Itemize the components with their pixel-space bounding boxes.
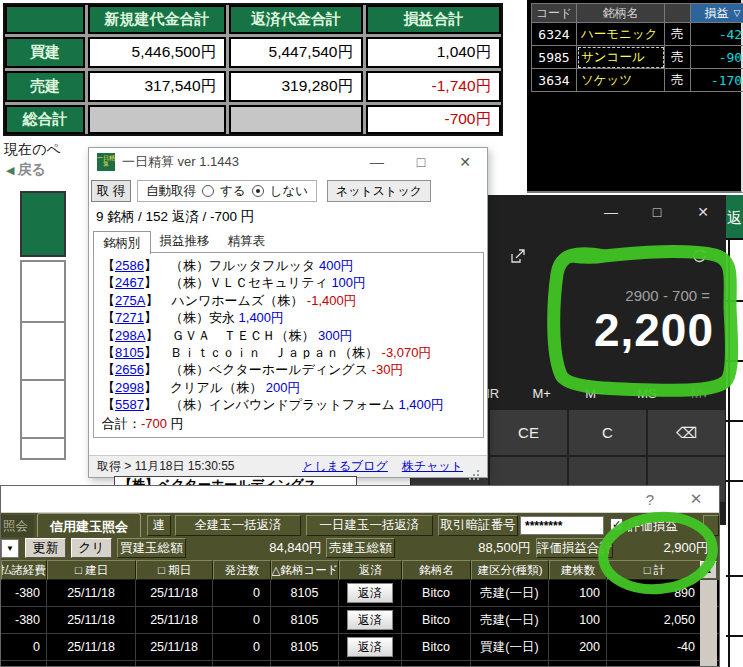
- column-header-qty[interactable]: 建株数: [549, 560, 607, 580]
- stock-code-link[interactable]: 5587: [115, 397, 144, 412]
- radio-on[interactable]: [202, 185, 214, 197]
- scroll-up-button[interactable]: ▲: [700, 561, 717, 579]
- tab-row: 照会 信用建玉照会 連 全建玉一括返済 一日建玉一括返済 取引暗証番号 ✓ 評価…: [1, 513, 719, 537]
- tab-pl-trend[interactable]: 損益推移: [151, 230, 219, 253]
- close-button[interactable]: ✕: [673, 490, 719, 508]
- stock-code-link[interactable]: 275A: [115, 293, 145, 308]
- help-button[interactable]: ?: [627, 491, 673, 508]
- stock-code-link[interactable]: 8105: [115, 345, 144, 360]
- column-header-type[interactable]: 建区分(種類): [471, 560, 549, 580]
- bracket: 【: [102, 275, 115, 290]
- cell-repay: 返済: [339, 580, 402, 606]
- scrollbar[interactable]: [700, 580, 717, 666]
- clear-entry-button[interactable]: CE: [490, 410, 567, 455]
- stock-code-link[interactable]: 7271: [115, 310, 144, 325]
- pin-input[interactable]: [520, 516, 604, 535]
- eval-pl-checkbox[interactable]: ✓: [610, 518, 623, 531]
- ren-button[interactable]: 連: [147, 515, 171, 536]
- minimize-button[interactable]: —: [355, 148, 399, 176]
- calc-result: 2,200: [594, 303, 714, 357]
- column-header-orders[interactable]: 発注数: [213, 560, 271, 580]
- positions-table: -380 25/11/18 25/11/18 0 8105 返済 Bitco 売…: [1, 580, 719, 666]
- close-day-positions-button[interactable]: 一日建玉一括返済: [306, 515, 433, 536]
- cell-open-date: 25/11/18: [47, 580, 136, 606]
- eval-pl-checkbox-label: 評価損益: [628, 518, 700, 535]
- fetch-button[interactable]: 取 得: [91, 180, 131, 202]
- memory-menu-button[interactable]: M▾: [673, 386, 726, 401]
- watchlist-row[interactable]: 5985 サンコール 売 -906: [532, 46, 743, 69]
- memory-subtract-button[interactable]: M−: [568, 386, 621, 401]
- table-header-row: 払諸経費 □ 建日 □ 期日 発注数 △銘柄コード 返済 銘柄名 建区分(種類)…: [1, 560, 719, 580]
- code-column-header[interactable]: コード: [532, 4, 577, 23]
- column-header-cost[interactable]: 払諸経費: [1, 560, 47, 580]
- netstock-button[interactable]: ネットストック: [327, 180, 431, 202]
- repay-button[interactable]: 返済: [347, 637, 393, 657]
- seisan-window: 一日精算 一日精算 ver 1.1443 — □ ✕ 取 得 自動取得 する し…: [88, 147, 488, 478]
- window-titlebar: 一日精算 一日精算 ver 1.1443 — □ ✕: [89, 148, 487, 176]
- cell-cost: -380: [1, 580, 47, 606]
- bracket: 】: [145, 293, 158, 308]
- summary-value: [229, 105, 363, 134]
- tab-partial-shokai[interactable]: 照会: [1, 515, 34, 537]
- clear-button[interactable]: C: [569, 410, 646, 455]
- stock-line: 【2586】 （株）フルッタフルッタ 400円: [102, 257, 475, 274]
- tab-settlement[interactable]: 精算表: [219, 230, 275, 253]
- cell-qty: 100: [549, 607, 607, 633]
- memory-store-button[interactable]: MS: [621, 386, 674, 401]
- stock-code-link[interactable]: 2998: [115, 380, 144, 395]
- stock-list: 【2586】 （株）フルッタフルッタ 400円 【2467】 （株）ＶＬＣセキュ…: [93, 252, 484, 438]
- stock-name: ＧＶＡ ＴＥＣＨ（株）: [171, 328, 314, 343]
- column-header-repay[interactable]: 返済: [339, 560, 402, 580]
- stock-code-link[interactable]: 2467: [115, 275, 144, 290]
- close-button[interactable]: ✕: [680, 195, 726, 229]
- back-link[interactable]: ◀戻る: [6, 161, 46, 179]
- radio-off[interactable]: [252, 185, 264, 197]
- stock-pl-value: 200円: [266, 380, 301, 395]
- stock-pl-value: 1,400円: [399, 397, 445, 412]
- memory-add-button[interactable]: M+: [515, 386, 568, 401]
- tab-margin-positions[interactable]: 信用建玉照会: [37, 513, 141, 537]
- watchlist-row[interactable]: 6324 ハーモニック 売 -425: [532, 23, 743, 46]
- column-header-open-date[interactable]: □ 建日: [47, 560, 136, 580]
- name-column-header[interactable]: 銘柄名: [577, 4, 665, 23]
- repay-button[interactable]: 返済: [347, 610, 393, 630]
- chart-link[interactable]: 株チャット: [402, 458, 463, 475]
- bracket: 】: [144, 310, 157, 325]
- column-header-code[interactable]: △銘柄コード: [271, 560, 339, 580]
- update-button[interactable]: 更新: [25, 538, 66, 558]
- bracket: 【: [102, 310, 115, 325]
- watchlist-row[interactable]: 3634 ソケッツ 売 -1703: [532, 69, 743, 92]
- summary-value: -700円: [366, 105, 501, 134]
- stock-code-link[interactable]: 2586: [115, 258, 144, 273]
- stock-code-link[interactable]: 2656: [115, 362, 144, 377]
- bracket: 】: [144, 397, 157, 412]
- tab-by-stock[interactable]: 銘柄別: [93, 231, 151, 254]
- column-header-name[interactable]: 銘柄名: [402, 560, 471, 580]
- keep-on-top-icon[interactable]: [510, 247, 527, 264]
- summary-value: -1,740円: [366, 71, 501, 102]
- pl-sort-header[interactable]: 損益▽: [691, 4, 743, 23]
- buy-total-label: 買建玉総額: [117, 538, 186, 558]
- clear-button[interactable]: クリア: [71, 538, 112, 558]
- summary-value: 1,040円: [366, 37, 501, 68]
- stock-code-link[interactable]: 298A: [115, 328, 145, 343]
- close-all-positions-button[interactable]: 全建玉一括返済: [175, 515, 301, 536]
- grid-line: [726, 420, 743, 422]
- window-title: 一日精算 ver 1.1443: [122, 153, 239, 171]
- watchlist-header-row: コード 銘柄名 損益▽: [532, 4, 743, 23]
- column-header-due-date[interactable]: □ 期日: [136, 560, 213, 580]
- resize-grip[interactable]: [469, 462, 479, 472]
- history-icon[interactable]: [691, 247, 708, 264]
- repay-button[interactable]: 返済: [347, 583, 393, 603]
- maximize-button[interactable]: □: [634, 195, 680, 229]
- dropdown-button[interactable]: ▼: [1, 539, 19, 558]
- backspace-button[interactable]: ⌫: [648, 410, 725, 455]
- clipped-button-fragment[interactable]: [703, 515, 719, 536]
- minimize-button[interactable]: —: [588, 195, 634, 229]
- blog-link[interactable]: としまるブログ: [302, 458, 388, 475]
- side-column-header[interactable]: [665, 4, 691, 23]
- close-button[interactable]: ✕: [443, 148, 487, 176]
- maximize-button[interactable]: □: [399, 148, 443, 176]
- bracket: 】: [144, 362, 157, 377]
- column-header-pl[interactable]: □ 計: [607, 560, 702, 580]
